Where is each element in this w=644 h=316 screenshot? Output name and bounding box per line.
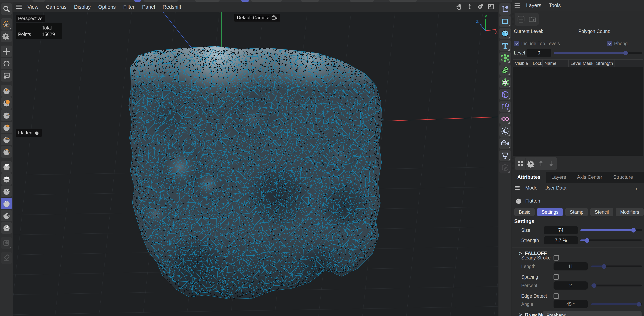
angle-slider[interactable]	[591, 304, 642, 305]
light-tool[interactable]	[499, 125, 511, 137]
layer-table-body[interactable]	[513, 67, 643, 156]
viewport-menu-icon[interactable]	[16, 5, 22, 6]
sculpt-grab-brush[interactable]	[0, 97, 12, 109]
move-down-button[interactable]	[546, 158, 556, 169]
volume-tool[interactable]	[499, 64, 511, 76]
deformer-tool[interactable]	[499, 89, 511, 100]
find-tool[interactable]	[0, 3, 12, 15]
section-tab-stencil[interactable]: Stencil	[590, 208, 613, 216]
stage-tool[interactable]	[499, 150, 511, 161]
sculpt-pull-brush[interactable]	[0, 85, 12, 96]
menu-mode[interactable]: Mode	[525, 185, 538, 191]
drag-handle[interactable]	[513, 158, 514, 169]
phong-checkbox[interactable]	[607, 41, 612, 46]
level-field[interactable]: 0	[526, 49, 551, 57]
menu-cameras[interactable]: Cameras	[46, 4, 66, 10]
camera-label-chip[interactable]: Default Camera	[234, 14, 280, 22]
toggle-fullscreen-view[interactable]	[488, 3, 495, 10]
section-tab-stamp[interactable]: Stamp	[565, 208, 588, 216]
view-label-chip[interactable]: Perspective	[16, 15, 45, 22]
viewport-3d[interactable]: Perspective Total Points15629 Default Ca…	[13, 12, 498, 316]
menu-filter[interactable]: Filter	[123, 4, 134, 10]
dolly-zoom-tool[interactable]	[466, 3, 474, 10]
more-options-flag	[508, 61, 510, 63]
stats-total-header: Total	[38, 24, 60, 31]
more-options-flag	[9, 246, 12, 248]
motext-tool[interactable]	[499, 40, 511, 52]
menu-options[interactable]: Options	[98, 4, 116, 10]
active-object-row[interactable]: Flatten	[515, 196, 540, 206]
strength-field[interactable]: 7.7 %	[544, 236, 578, 244]
settings-gear-button[interactable]	[526, 158, 536, 169]
tab-structure[interactable]: Structure	[608, 172, 638, 182]
attributes-menu-icon[interactable]	[515, 186, 520, 186]
sculpt-smooth-brush[interactable]	[0, 161, 12, 173]
angle-field[interactable]: 45 °	[554, 300, 588, 308]
eraser-tool[interactable]	[0, 252, 12, 264]
draw-mode-select[interactable]: Freehand	[543, 311, 642, 316]
modeling-axis-tool[interactable]	[499, 101, 511, 112]
section-tab-modifiers[interactable]: Modifiers	[616, 208, 644, 216]
menu-display[interactable]: Display	[74, 4, 91, 10]
drag-handle[interactable]	[513, 14, 514, 25]
spacing-checkbox[interactable]	[554, 274, 559, 280]
sculpt-fill-brush[interactable]	[0, 186, 12, 197]
rotate-tool-icon	[2, 59, 11, 68]
more-options-flag	[508, 158, 510, 160]
strength-slider[interactable]	[580, 240, 642, 241]
percent-label: Percent	[521, 283, 537, 288]
tab-attributes[interactable]: Attributes	[512, 172, 546, 182]
stamp-tool[interactable]	[0, 237, 12, 249]
section-tab-basic[interactable]: Basic	[514, 208, 535, 216]
coordinates-tool[interactable]	[499, 3, 511, 15]
field-tool[interactable]	[499, 52, 511, 64]
tab-axis-center[interactable]: Axis Center	[572, 172, 608, 182]
simulation-tool[interactable]	[499, 76, 511, 88]
camera-tool[interactable]	[499, 138, 511, 149]
add-folder-button[interactable]	[527, 14, 538, 25]
edge-detect-checkbox[interactable]	[554, 294, 559, 299]
percent-field[interactable]: 2	[554, 282, 588, 290]
sculpt-flatten-brush[interactable]	[0, 198, 12, 209]
primitive-cube-tool[interactable]	[499, 28, 511, 39]
tab-layers[interactable]: Layers	[546, 172, 572, 182]
history-back-icon[interactable]	[634, 185, 641, 191]
steady-stroke-checkbox[interactable]	[554, 255, 559, 261]
level-slider[interactable]	[554, 52, 642, 54]
length-field[interactable]: 11	[554, 262, 588, 270]
move-tool[interactable]	[0, 46, 12, 57]
move-up-button[interactable]	[536, 158, 546, 169]
rotate-tool[interactable]	[0, 58, 12, 69]
section-tab-settings[interactable]: Settings	[537, 208, 563, 216]
menu-panel[interactable]: Panel	[142, 4, 155, 10]
menu-user-data[interactable]: User Data	[544, 185, 566, 191]
menu-view[interactable]: View	[28, 4, 38, 10]
layers-panel-menu-icon[interactable]	[514, 4, 520, 4]
include-top-levels-checkbox[interactable]	[514, 41, 520, 46]
menu-redshift[interactable]: Redshift	[163, 4, 181, 10]
add-layer-button[interactable]	[516, 14, 526, 25]
sculpt-pinch-brush[interactable]	[0, 110, 12, 121]
menu-layers[interactable]: Layers	[526, 2, 541, 8]
material-tool[interactable]	[499, 162, 511, 174]
grid-layout-button[interactable]	[516, 158, 526, 169]
orbit-camera-tool[interactable]	[477, 3, 484, 10]
live-selection-tool[interactable]	[0, 18, 12, 30]
size-field[interactable]: 74	[544, 226, 578, 234]
sculpt-mesh-canvas[interactable]	[13, 12, 498, 316]
sculpt-knife-brush[interactable]	[0, 146, 12, 158]
menu-tools[interactable]: Tools	[549, 2, 561, 8]
spline-pen-tool[interactable]	[499, 16, 511, 27]
pan-hand-tool[interactable]	[456, 3, 463, 10]
scale-tool[interactable]	[0, 70, 12, 82]
sculpt-smear-brush[interactable]	[0, 210, 12, 222]
mograph-tool[interactable]	[499, 113, 511, 125]
percent-slider[interactable]	[591, 285, 642, 286]
sculpt-inflate-brush[interactable]	[0, 122, 12, 133]
sculpt-scrape-brush[interactable]	[0, 222, 12, 234]
sculpt-erase-brush[interactable]	[0, 173, 12, 185]
length-slider[interactable]	[591, 266, 642, 268]
sculpt-wax-brush[interactable]	[0, 134, 12, 146]
tweak-tool[interactable]	[0, 30, 12, 42]
size-slider[interactable]	[580, 229, 642, 231]
